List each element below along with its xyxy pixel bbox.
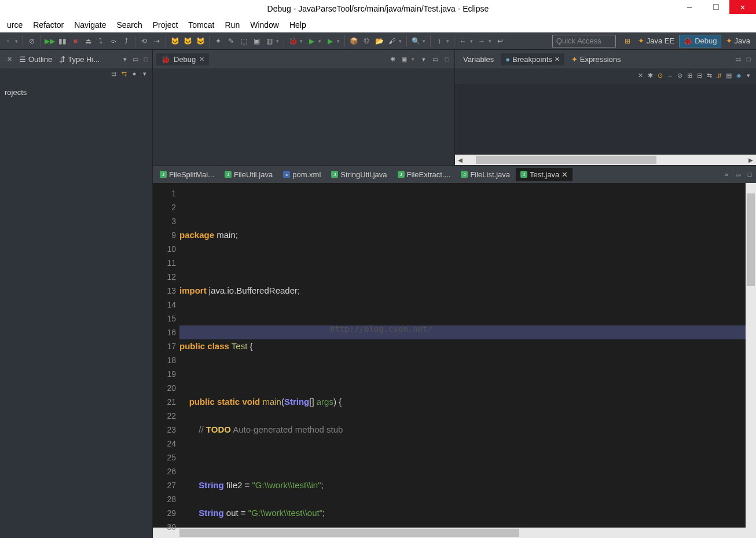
step-filter-icon[interactable]: ⇢	[151, 35, 163, 47]
minimize-editor-icon[interactable]: ▭	[734, 170, 742, 178]
last-edit-icon[interactable]: ↩	[494, 35, 506, 47]
skip-icon[interactable]: ⊘	[676, 72, 684, 80]
close-icon[interactable]: ✕	[555, 56, 560, 63]
bp-add-icon[interactable]: J!	[715, 72, 723, 80]
tomcat-restart-icon[interactable]: 🐱	[194, 35, 206, 47]
coverage-icon[interactable]: ▶	[324, 35, 336, 47]
show-types-icon[interactable]: ⊙	[656, 72, 664, 80]
step-over-icon[interactable]: ⤼	[108, 35, 119, 47]
paint-icon[interactable]: 🖌	[386, 35, 398, 47]
open-type-icon[interactable]: 📂	[373, 35, 385, 47]
tab-fileextract[interactable]: JFileExtract....	[393, 168, 456, 181]
search-icon[interactable]: 🔍	[410, 35, 421, 47]
new-class-icon[interactable]: ©	[361, 35, 372, 47]
close-button[interactable]: ✕	[729, 0, 756, 14]
maximize-button[interactable]	[703, 0, 729, 14]
link-editor-icon[interactable]: ⇆	[120, 69, 128, 78]
expand-icon[interactable]: ⊞	[685, 72, 693, 80]
resume-icon[interactable]: ▶▶	[44, 35, 56, 47]
quick-access-input[interactable]: Quick Access	[552, 35, 616, 47]
skip-breakpoints-icon[interactable]: ⊘	[26, 35, 38, 47]
tab-type-hierarchy[interactable]: ⇵Type Hi...	[56, 53, 103, 66]
minimize-view-icon[interactable]: ▭	[734, 55, 742, 63]
view-menu2-icon[interactable]: ▾	[141, 69, 149, 78]
tab-breakpoints[interactable]: ●Breakpoints✕	[501, 53, 564, 65]
perspective-debug[interactable]: 🐞Debug	[679, 35, 721, 47]
tab-outline[interactable]: ☰Outline	[16, 53, 56, 66]
tab-unknown[interactable]: ✕	[2, 53, 16, 65]
focus-icon[interactable]: ●	[130, 69, 138, 78]
tab-filesplitmain[interactable]: JFileSplitMai...	[155, 168, 219, 181]
wand-icon[interactable]: ✎	[225, 35, 237, 47]
tab-testjava[interactable]: JTest.java✕	[516, 168, 572, 181]
minimize-view-icon[interactable]: ▭	[431, 55, 439, 63]
code-editor[interactable]: 1239 10111213 14151617 18192021 22232425…	[153, 183, 756, 528]
debug-layout-icon[interactable]: ▣	[400, 55, 408, 63]
toolbar-icon[interactable]: ▫	[2, 35, 14, 47]
close-icon[interactable]: ✕	[199, 56, 204, 63]
drop-frame-icon[interactable]: ⟲	[138, 35, 150, 47]
tab-variables[interactable]: Variables	[458, 53, 498, 65]
menu-project[interactable]: Project	[148, 19, 183, 31]
link-icon[interactable]: ⇆	[705, 72, 713, 80]
maximize-view-icon[interactable]: □	[142, 55, 150, 63]
menu-tomcat[interactable]: Tomcat	[184, 19, 219, 31]
console-icon[interactable]: ▣	[251, 35, 262, 47]
suspend-icon[interactable]: ▮▮	[57, 35, 68, 47]
tab-fileutil[interactable]: JFileUtil.java	[220, 168, 277, 181]
collapse-all-icon[interactable]: ⊟	[109, 69, 118, 78]
variables-view: Variables ●Breakpoints✕ ✦Expressions ▭ □…	[455, 50, 756, 165]
step-return-icon[interactable]: ⤴	[120, 35, 132, 47]
save-icon[interactable]: ⬚	[238, 35, 249, 47]
view-menu-icon[interactable]: ▾	[744, 72, 753, 80]
perspective-java[interactable]: ✦Java	[722, 35, 754, 47]
tab-expressions[interactable]: ✦Expressions	[567, 53, 626, 65]
new-package-icon[interactable]: 📦	[348, 35, 359, 47]
remove-all-icon[interactable]: ✱	[646, 72, 654, 80]
debug-icon[interactable]: 🐞	[287, 35, 299, 47]
editor-horizontal-scrollbar[interactable]	[153, 528, 756, 538]
view-menu-icon[interactable]: ▾	[420, 55, 428, 63]
menu-navigate[interactable]: Navigate	[69, 19, 111, 31]
maximize-editor-icon[interactable]: □	[746, 170, 754, 178]
layout-icon[interactable]: ▥	[263, 35, 275, 47]
run-icon[interactable]: ▶	[306, 35, 317, 47]
minimize-button[interactable]: —	[676, 0, 703, 14]
nav-icon[interactable]: ↕	[434, 35, 445, 47]
close-icon[interactable]: ✕	[562, 170, 568, 179]
tab-filelist[interactable]: JFileList.java	[456, 168, 515, 181]
menu-refactor[interactable]: Refactor	[28, 19, 68, 31]
remove-icon[interactable]: ✕	[636, 72, 644, 80]
maximize-view-icon[interactable]: □	[443, 55, 451, 63]
editor-tab-bar: JFileSplitMai... JFileUtil.java xpom.xml…	[153, 166, 756, 183]
collapse-icon[interactable]: ⊟	[695, 72, 703, 80]
forward-icon[interactable]: →	[476, 35, 487, 47]
tomcat-start-icon[interactable]: 🐱	[169, 35, 181, 47]
horizontal-scrollbar[interactable]: ◄►	[455, 155, 756, 165]
menu-search[interactable]: Search	[112, 19, 146, 31]
view-menu-icon[interactable]: ▾	[121, 55, 129, 63]
open-perspective-icon[interactable]: ⊞	[622, 35, 633, 47]
show-list-icon[interactable]: »	[722, 170, 731, 178]
vertical-scrollbar[interactable]	[746, 183, 756, 528]
menu-window[interactable]: Window	[245, 19, 284, 31]
terminate-icon[interactable]: ■	[69, 35, 81, 47]
maximize-view-icon[interactable]: □	[744, 55, 753, 63]
filter-icon[interactable]: ▤	[725, 72, 733, 80]
menu-run[interactable]: Run	[220, 19, 244, 31]
back-icon[interactable]: ←	[457, 35, 469, 47]
tomcat-stop-icon[interactable]: 🐱	[182, 35, 193, 47]
tab-pomxml[interactable]: xpom.xml	[278, 168, 325, 181]
minimize-view-icon[interactable]: ▭	[131, 55, 140, 63]
perspective-javaee[interactable]: ✦Java EE	[634, 35, 678, 47]
debug-tab[interactable]: 🐞 Debug ✕	[156, 53, 209, 65]
remove-launch-icon[interactable]: ✱	[388, 55, 397, 63]
menu-help[interactable]: Help	[285, 19, 311, 31]
working-set-icon[interactable]: ◈	[735, 72, 743, 80]
tab-stringutil[interactable]: JStringUtil.java	[326, 168, 391, 181]
menu-source[interactable]: urce	[2, 19, 27, 31]
disconnect-icon[interactable]: ⏏	[82, 35, 94, 47]
goto-icon[interactable]: →	[666, 72, 674, 80]
step-into-icon[interactable]: ⤵	[95, 35, 107, 47]
new-icon[interactable]: ✦	[212, 35, 224, 47]
